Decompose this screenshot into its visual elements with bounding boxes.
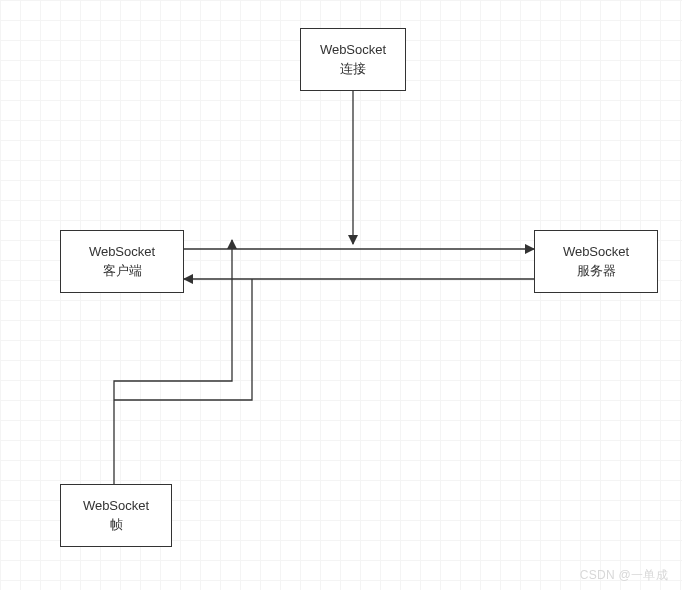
- node-connection: WebSocket 连接: [300, 28, 406, 91]
- node-frame-line2: 帧: [110, 516, 123, 534]
- node-client-line1: WebSocket: [89, 243, 155, 261]
- node-client: WebSocket 客户端: [60, 230, 184, 293]
- node-frame-line1: WebSocket: [83, 497, 149, 515]
- node-connection-line1: WebSocket: [320, 41, 386, 59]
- node-server-line1: WebSocket: [563, 243, 629, 261]
- node-frame: WebSocket 帧: [60, 484, 172, 547]
- node-server: WebSocket 服务器: [534, 230, 658, 293]
- node-server-line2: 服务器: [577, 262, 616, 280]
- watermark: CSDN @一单成: [580, 567, 668, 584]
- node-client-line2: 客户端: [103, 262, 142, 280]
- node-connection-line2: 连接: [340, 60, 366, 78]
